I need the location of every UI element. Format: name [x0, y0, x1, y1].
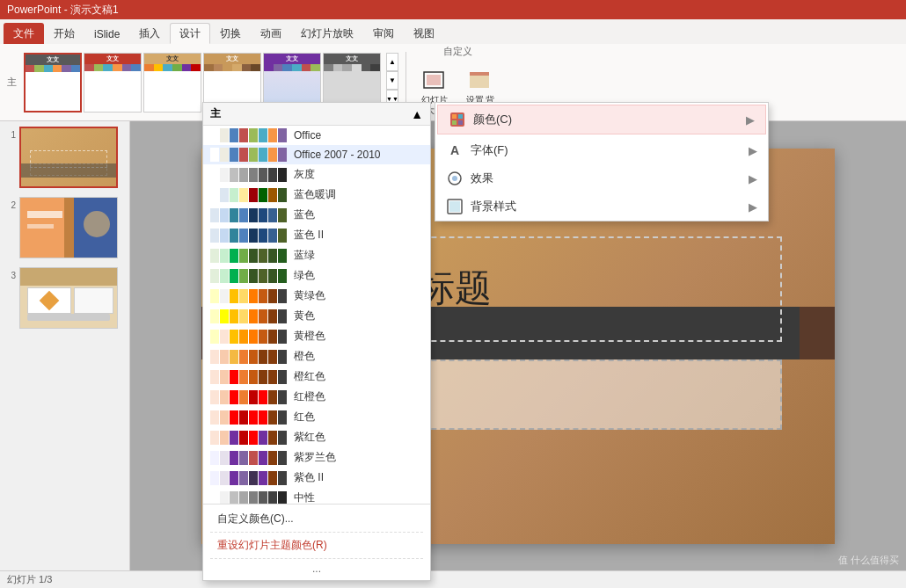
right-submenu: 颜色(C) ▶ A 字体(F) ▶ 效果 ▶ 背景样式 ▶ [435, 102, 769, 221]
theme-list-item-10[interactable]: 黄橙色 [203, 326, 430, 346]
tab-slideshow[interactable]: 幻灯片放映 [291, 23, 363, 44]
tab-review[interactable]: 审阅 [363, 23, 404, 44]
slide-thumb-1[interactable]: 1 [4, 125, 126, 190]
theme-preset-1[interactable]: 文文 [24, 53, 82, 113]
color-menu-arrow: ▶ [746, 113, 755, 127]
status-text: 幻灯片 1/3 [7, 573, 52, 586]
theme-list-item-11[interactable]: 橙色 [203, 346, 430, 367]
theme-list-item-6[interactable]: 蓝绿 [203, 245, 430, 265]
submenu-item-effects[interactable]: 效果 ▶ [435, 164, 768, 192]
color-themes-panel: 主 ▲ OfficeOffice 2007 - 2010灰度蓝色暖调蓝色蓝色 I… [202, 102, 431, 581]
slide-panel: 1 2 3 [0, 121, 130, 570]
bg-style-icon [446, 198, 464, 215]
customize-label: 自定义 [443, 45, 472, 58]
app-title: PowerPoint - 演示文稿1 [7, 3, 119, 18]
theme-list: OfficeOffice 2007 - 2010灰度蓝色暖调蓝色蓝色 II蓝绿绿… [203, 126, 430, 504]
theme-list-item-1[interactable]: Office 2007 - 2010 [203, 145, 430, 164]
color-themes-close[interactable]: ▲ [411, 107, 423, 121]
font-menu-arrow: ▶ [749, 144, 757, 157]
reset-colors-btn[interactable]: 重设幻灯片主题颜色(R) [203, 534, 430, 556]
theme-list-item-15[interactable]: 紫红色 [203, 427, 430, 447]
tab-transition[interactable]: 切换 [210, 23, 251, 44]
title-bar: PowerPoint - 演示文稿1 [0, 0, 906, 19]
slide-num-2: 2 [5, 200, 16, 210]
customize-colors-btn[interactable]: 自定义颜色(C)... [203, 508, 430, 530]
theme-list-item-2[interactable]: 灰度 [203, 164, 430, 185]
svg-point-10 [452, 176, 457, 181]
theme-preset-2[interactable]: 文文 [84, 53, 142, 113]
tab-start[interactable]: 开始 [44, 23, 84, 44]
svg-rect-7 [452, 120, 457, 125]
slide-num-1: 1 [5, 130, 16, 140]
tab-islide[interactable]: iSlide [84, 23, 129, 44]
effects-menu-arrow: ▶ [749, 172, 757, 185]
theme-list-item-5[interactable]: 蓝色 II [203, 225, 430, 245]
themes-section-label: 主 [7, 76, 17, 89]
watermark: 值 什么值得买 [838, 554, 899, 567]
theme-list-item-18[interactable]: 中性 [203, 488, 430, 504]
tab-design[interactable]: 设计 [170, 23, 210, 44]
slide-size-icon [420, 67, 449, 95]
color-menu-label: 颜色(C) [473, 112, 512, 127]
theme-list-item-9[interactable]: 黄色 [203, 306, 430, 326]
svg-rect-8 [458, 120, 463, 125]
theme-scroll-down[interactable]: ▼ [386, 71, 398, 90]
svg-rect-12 [449, 201, 460, 212]
theme-list-item-4[interactable]: 蓝色 [203, 205, 430, 225]
effects-icon [446, 170, 464, 187]
theme-list-item-3[interactable]: 蓝色暖调 [203, 185, 430, 205]
svg-rect-6 [458, 114, 463, 119]
slide-num-3: 3 [5, 271, 16, 280]
slide-img-1[interactable] [19, 127, 118, 188]
theme-list-item-13[interactable]: 红橙色 [203, 387, 430, 407]
theme-list-item-12[interactable]: 橙红色 [203, 367, 430, 387]
theme-scroll-up[interactable]: ▲ [386, 53, 398, 71]
color-themes-header: 主 ▲ [203, 103, 430, 126]
bg-style-menu-label: 背景样式 [471, 199, 516, 214]
theme-list-item-16[interactable]: 紫罗兰色 [203, 447, 430, 468]
tab-view[interactable]: 视图 [404, 23, 444, 44]
tab-insert[interactable]: 插入 [129, 23, 170, 44]
font-icon: A [446, 142, 464, 159]
svg-rect-3 [470, 72, 489, 76]
slide-thumb-2[interactable]: 2 [4, 195, 126, 260]
theme-footer: 自定义颜色(C)... 重设幻灯片主题颜色(R) ... [203, 504, 430, 580]
tab-animation[interactable]: 动画 [251, 23, 291, 44]
theme-list-item-8[interactable]: 黄绿色 [203, 286, 430, 306]
svg-rect-1 [427, 75, 441, 85]
color-themes-title: 主 [210, 106, 221, 121]
theme-list-item-7[interactable]: 绿色 [203, 265, 430, 286]
slide-thumb-3[interactable]: 3 [4, 265, 126, 330]
theme-list-item-14[interactable]: 红色 [203, 407, 430, 427]
font-menu-label: 字体(F) [471, 142, 508, 158]
slide-right-stripe [800, 307, 835, 359]
submenu-item-color[interactable]: 颜色(C) ▶ [437, 105, 766, 134]
tab-bar: 文件 开始 iSlide 插入 设计 切换 动画 幻灯片放映 审阅 视图 [0, 19, 906, 44]
theme-preset-3[interactable]: 文文 [143, 53, 201, 113]
tab-file[interactable]: 文件 [4, 23, 44, 44]
slide-img-3[interactable] [19, 267, 118, 329]
status-bar: 幻灯片 1/3 [0, 570, 906, 588]
more-btn[interactable]: ... [203, 561, 430, 577]
slide-img-2[interactable] [19, 197, 118, 258]
theme-list-item-0[interactable]: Office [203, 126, 430, 145]
color-icon [449, 111, 466, 128]
theme-list-item-17[interactable]: 紫色 II [203, 468, 430, 488]
submenu-item-bg[interactable]: 背景样式 ▶ [435, 192, 768, 221]
svg-rect-5 [452, 114, 457, 119]
bg-format-icon [466, 67, 494, 95]
submenu-item-font[interactable]: A 字体(F) ▶ [435, 136, 768, 164]
bg-style-menu-arrow: ▶ [749, 200, 757, 214]
effects-menu-label: 效果 [471, 171, 493, 186]
